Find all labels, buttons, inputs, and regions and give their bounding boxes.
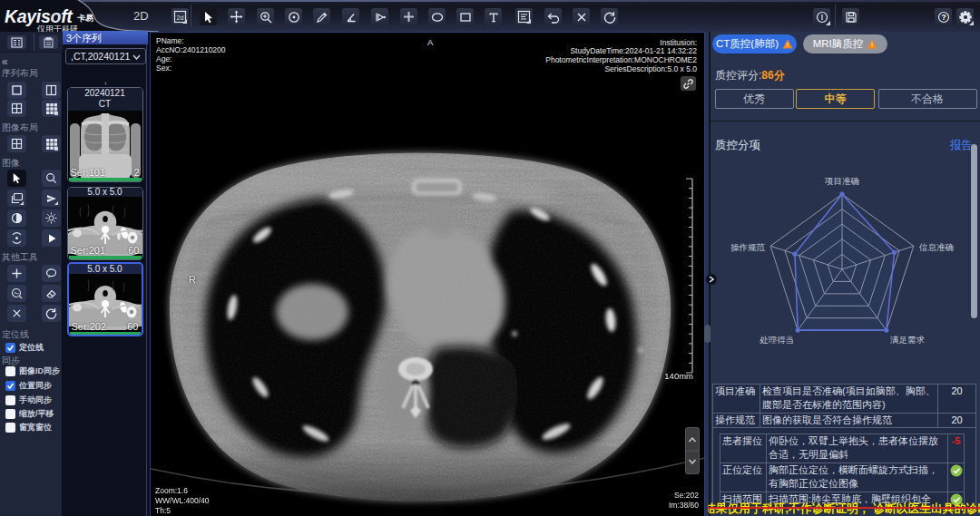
svg-text:?: ? <box>941 12 946 21</box>
svg-text:项目准确: 项目准确 <box>824 176 859 186</box>
svg-text:!: ! <box>871 41 873 49</box>
svg-text:操作规范: 操作规范 <box>730 242 766 252</box>
svg-text:满足需求: 满足需求 <box>890 335 926 345</box>
svg-text:信息准确: 信息准确 <box>918 242 954 252</box>
svg-text:处理得当: 处理得当 <box>760 335 794 345</box>
svg-text:!: ! <box>787 41 789 49</box>
svg-text:2d: 2d <box>177 15 184 21</box>
